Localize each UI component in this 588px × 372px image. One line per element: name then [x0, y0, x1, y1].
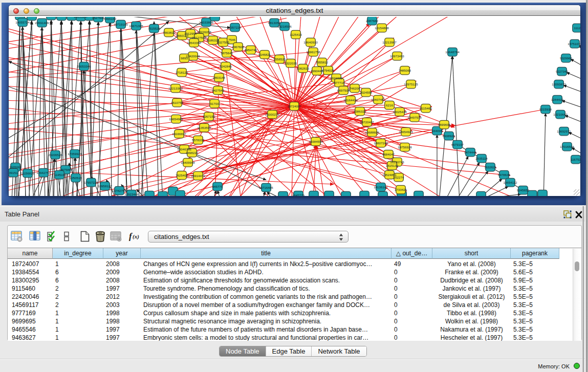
svg-text:23300273: 23300273: [265, 113, 279, 116]
svg-text:9115460: 9115460: [420, 106, 432, 110]
svg-text:12975125: 12975125: [404, 82, 418, 86]
svg-text:20164436: 20164436: [343, 98, 358, 102]
svg-text:6466160: 6466160: [104, 17, 117, 20]
svg-text:2087682: 2087682: [366, 19, 379, 23]
svg-text:12923448: 12923448: [124, 192, 139, 196]
svg-text:8938923: 8938923: [443, 134, 455, 138]
svg-text:10654112: 10654112: [503, 181, 517, 184]
svg-text:9327505: 9327505: [217, 40, 230, 44]
svg-text:9242845: 9242845: [220, 64, 232, 68]
svg-text:8478636: 8478636: [498, 173, 511, 177]
svg-text:6679197: 6679197: [451, 143, 464, 146]
svg-text:9893: 9893: [181, 56, 188, 60]
svg-text:945779: 945779: [212, 185, 223, 188]
svg-text:20691406: 20691406: [35, 21, 49, 25]
svg-text:3912954: 3912954: [184, 32, 197, 35]
svg-text:19756928: 19756928: [398, 145, 412, 149]
svg-text:1733426: 1733426: [395, 188, 407, 191]
svg-text:11353594: 11353594: [197, 126, 211, 129]
svg-text:6697508: 6697508: [337, 89, 350, 92]
svg-text:2935114: 2935114: [475, 157, 488, 160]
svg-text:10210643: 10210643: [553, 113, 568, 116]
svg-text:91700: 91700: [210, 102, 219, 105]
svg-text:13497578: 13497578: [407, 116, 422, 119]
svg-text:18724007: 18724007: [287, 104, 301, 108]
svg-text:1558520: 1558520: [273, 57, 286, 61]
svg-text:7955812: 7955812: [316, 60, 329, 64]
svg-text:16961758: 16961758: [306, 50, 320, 54]
svg-text:13692971: 13692971: [557, 129, 571, 133]
svg-text:746206: 746206: [350, 86, 360, 90]
svg-text:10973493: 10973493: [390, 54, 404, 58]
svg-text:3024554: 3024554: [360, 91, 373, 94]
svg-text:11156829: 11156829: [21, 171, 35, 175]
svg-text:14136141: 14136141: [374, 185, 388, 189]
svg-text:8813054: 8813054: [268, 21, 281, 25]
svg-text:9474444: 9474444: [464, 150, 477, 154]
svg-text:39151: 39151: [9, 171, 18, 174]
svg-text:15751074: 15751074: [568, 42, 580, 46]
svg-text:7515526: 7515526: [148, 27, 161, 30]
svg-text:9329966: 9329966: [560, 56, 573, 60]
svg-text:18807249: 18807249: [374, 141, 388, 145]
svg-text:19384554: 19384554: [309, 140, 323, 143]
svg-text:2967608: 2967608: [232, 45, 245, 49]
svg-text:10154808: 10154808: [375, 26, 389, 30]
svg-text:10958127: 10958127: [98, 184, 112, 188]
svg-text:1990448: 1990448: [311, 69, 323, 73]
svg-text:7632621: 7632621: [484, 165, 497, 169]
svg-text:10688609: 10688609: [365, 130, 379, 134]
svg-text:19166827: 19166827: [172, 132, 186, 136]
svg-text:16409948: 16409948: [181, 161, 195, 164]
svg-text:19654985: 19654985: [169, 117, 183, 121]
svg-text:(x): (x): [133, 233, 139, 240]
svg-text:12213967: 12213967: [382, 40, 397, 44]
svg-text:5578332: 5578332: [192, 138, 205, 142]
svg-text:10025438: 10025438: [393, 110, 407, 114]
svg-text:1125419: 1125419: [290, 33, 302, 36]
svg-text:114519: 114519: [54, 173, 65, 177]
svg-text:14055724: 14055724: [15, 20, 30, 24]
svg-text:1615132: 1615132: [386, 164, 399, 167]
svg-text:1610756: 1610756: [171, 101, 184, 104]
svg-text:3267150: 3267150: [203, 115, 215, 118]
svg-text:20206526: 20206526: [48, 153, 62, 157]
svg-text:116753: 116753: [571, 158, 580, 161]
svg-text:9227343: 9227343: [556, 70, 569, 73]
svg-text:7485063: 7485063: [399, 69, 411, 72]
svg-text:977716: 977716: [334, 81, 345, 84]
svg-text:19218506: 19218506: [277, 25, 292, 28]
svg-text:164095: 164095: [432, 129, 443, 133]
svg-text:7625402: 7625402: [176, 173, 188, 177]
svg-text:1527602: 1527602: [92, 17, 105, 19]
svg-text:7357224: 7357224: [229, 26, 242, 29]
svg-text:9699695: 9699695: [438, 123, 451, 126]
svg-text:19975887: 19975887: [58, 168, 73, 171]
svg-text:1935061: 1935061: [9, 165, 22, 169]
svg-text:9427542: 9427542: [212, 89, 225, 92]
svg-text:9684047: 9684047: [382, 152, 395, 156]
svg-text:10407487: 10407487: [371, 98, 385, 101]
svg-text:10653267: 10653267: [74, 17, 88, 18]
svg-text:18720407: 18720407: [360, 120, 374, 124]
svg-text:252274: 252274: [394, 176, 404, 179]
svg-text:12093873: 12093873: [552, 82, 566, 86]
svg-text:2803144: 2803144: [213, 76, 226, 79]
svg-text:1362615: 1362615: [297, 67, 310, 70]
svg-text:1621022: 1621022: [330, 76, 343, 80]
svg-text:2386322: 2386322: [354, 110, 366, 113]
svg-text:17016504: 17016504: [560, 145, 574, 148]
svg-text:1112: 1112: [574, 26, 580, 30]
svg-text:9146821: 9146821: [258, 53, 271, 56]
svg-text:10719185: 10719185: [114, 23, 128, 26]
svg-text:12213363: 12213363: [168, 86, 183, 90]
svg-text:9645779: 9645779: [292, 193, 305, 196]
svg-text:7546: 7546: [228, 38, 235, 41]
svg-text:17359924: 17359924: [68, 152, 82, 156]
svg-text:10543362: 10543362: [187, 41, 201, 45]
svg-text:16914479: 16914479: [191, 174, 205, 178]
svg-text:9245652: 9245652: [517, 188, 530, 192]
svg-text:23420046: 23420046: [186, 54, 200, 58]
svg-text:20053346: 20053346: [77, 64, 91, 68]
svg-text:9215938: 9215938: [539, 107, 552, 111]
